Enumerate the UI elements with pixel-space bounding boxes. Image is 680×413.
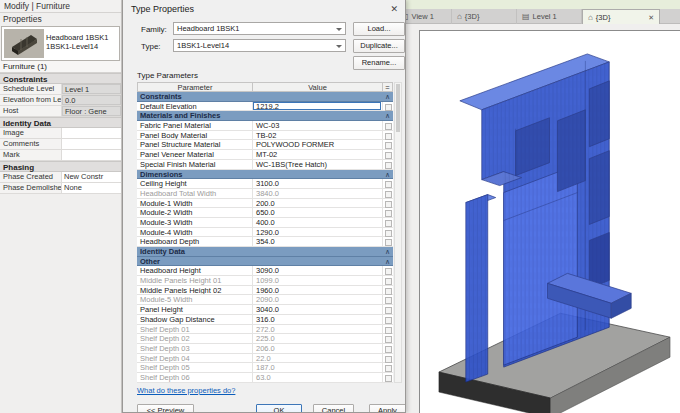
associate-param-button[interactable] <box>383 315 393 324</box>
parameter-column-header: Parameter <box>137 82 253 92</box>
associate-param-button[interactable] <box>383 305 393 314</box>
headboard-thumbnail-image <box>4 29 44 58</box>
palette-group-header[interactable]: Identity Data <box>0 117 121 128</box>
associate-param-button[interactable] <box>383 228 393 237</box>
parameter-value[interactable]: TB-02 <box>253 131 383 140</box>
parameter-value[interactable]: 3090.0 <box>253 266 383 275</box>
apply-button[interactable]: Apply <box>369 404 406 413</box>
load-button[interactable]: Load... <box>353 22 405 36</box>
parameter-value[interactable]: WC-03 <box>253 121 383 130</box>
parameter-name: Shelf Depth 05 <box>137 363 253 372</box>
table-scrollbar[interactable] <box>394 82 402 383</box>
3d-view-canvas[interactable] <box>419 30 680 413</box>
parameter-name: Module-1 Width <box>137 199 253 208</box>
associate-param-button[interactable] <box>383 266 393 275</box>
view-tab-3d-active[interactable]: ⌂ {3D} ✕ <box>582 9 660 24</box>
parameter-value[interactable]: 200.0 <box>253 199 383 208</box>
section-header-identity-data[interactable]: Identity Data∧ <box>137 247 393 257</box>
type-selector[interactable]: Headboard 1BSK1 1BSK1-Level14 <box>1 26 120 61</box>
associate-param-button[interactable] <box>383 121 393 130</box>
parameter-value[interactable]: WC-1BS(Tree Hatch) <box>253 160 383 169</box>
parameter-value[interactable]: 316.0 <box>253 315 383 324</box>
parameter-value[interactable]: 650.0 <box>253 208 383 217</box>
associate-param-button[interactable] <box>383 286 393 295</box>
associate-param-button[interactable] <box>383 325 393 334</box>
rename-button[interactable]: Rename... <box>353 56 405 70</box>
associate-param-button[interactable] <box>383 334 393 343</box>
close-dialog-icon[interactable]: ✕ <box>390 3 398 15</box>
associate-param-button[interactable] <box>383 237 393 246</box>
associate-param-button[interactable] <box>383 276 393 285</box>
parameter-value[interactable]: 3040.0 <box>253 305 383 314</box>
palette-param-value[interactable] <box>62 139 121 149</box>
palette-group-header[interactable]: Constraints <box>0 73 121 84</box>
section-header-other[interactable]: Other∧ <box>137 257 393 267</box>
parameter-row: Panel Veneer MaterialMT-02 <box>137 150 393 160</box>
view-tab-3d[interactable]: ⌂ {3D} <box>452 9 517 24</box>
associate-param-button[interactable] <box>383 344 393 353</box>
palette-param-value[interactable] <box>62 128 121 138</box>
parameter-value[interactable]: 400.0 <box>253 218 383 227</box>
preview-button[interactable]: << Preview <box>137 404 194 413</box>
default-elevation-input[interactable]: 1219.2 <box>253 102 381 111</box>
cancel-button[interactable]: Cancel <box>313 404 354 413</box>
associate-param-button[interactable] <box>383 160 393 169</box>
palette-param-value[interactable]: Floor : Gene <box>62 106 121 116</box>
section-collapse-icon[interactable]: ∧ <box>385 170 393 179</box>
parameter-value[interactable]: 1219.2 <box>253 102 383 111</box>
close-tab-icon[interactable]: ✕ <box>642 10 654 25</box>
view-tab-label: Level 1 <box>533 9 557 24</box>
associate-param-button[interactable] <box>383 218 393 227</box>
palette-param-name: Host <box>0 106 62 116</box>
associate-param-button[interactable] <box>383 199 393 208</box>
section-collapse-icon[interactable]: ∧ <box>385 92 393 101</box>
palette-param-value[interactable]: 0.0 <box>62 95 121 105</box>
associate-param-button[interactable] <box>383 131 393 140</box>
element-filter-dropdown[interactable]: Furniture (1) <box>0 61 121 73</box>
associate-param-button[interactable] <box>383 295 393 304</box>
parameter-row: Middle Panels Height 021960.0 <box>137 286 393 296</box>
type-label: Type: <box>141 42 161 51</box>
associate-param-button[interactable] <box>383 150 393 159</box>
properties-help-link[interactable]: What do these properties do? <box>137 386 235 395</box>
associate-param-button[interactable] <box>383 140 393 149</box>
section-header-materials-and-finishes[interactable]: Materials and Finishes∧ <box>137 111 393 121</box>
duplicate-button[interactable]: Duplicate... <box>353 39 405 53</box>
parameter-value[interactable]: 3100.0 <box>253 179 383 188</box>
associate-param-button[interactable] <box>383 102 393 111</box>
type-dropdown[interactable]: 1BSK1-Level14 <box>173 39 346 52</box>
ok-button[interactable]: OK <box>256 404 302 413</box>
section-title: Dimensions <box>137 170 183 179</box>
parameter-value[interactable]: 354.0 <box>253 237 383 246</box>
parameter-name: Shelf Depth 01 <box>137 325 253 334</box>
associate-param-button[interactable] <box>383 363 393 372</box>
palette-param-value[interactable]: New Constr <box>62 172 121 182</box>
associate-param-button[interactable] <box>383 354 393 363</box>
scrollbar-thumb[interactable] <box>396 84 400 132</box>
parameter-value[interactable]: 1290.0 <box>253 228 383 237</box>
associate-param-button[interactable] <box>383 208 393 217</box>
associate-param-button[interactable] <box>383 373 393 382</box>
parameter-name: Module-3 Width <box>137 218 253 227</box>
associate-param-button[interactable] <box>383 179 393 188</box>
chevron-down-icon <box>336 45 342 48</box>
section-header-constraints[interactable]: Constraints∧ <box>137 92 393 102</box>
parameter-value[interactable]: 1960.0 <box>253 286 383 295</box>
section-collapse-icon[interactable]: ∧ <box>385 257 393 266</box>
view-tab-level-1[interactable]: ▤ Level 1 <box>517 9 582 24</box>
palette-param-value[interactable]: Level 1 <box>62 84 121 94</box>
associate-param-button[interactable] <box>383 189 393 198</box>
section-header-dimensions[interactable]: Dimensions∧ <box>137 170 393 180</box>
palette-param-value[interactable] <box>62 150 121 160</box>
family-dropdown[interactable]: Headboard 1BSK1 <box>173 22 346 35</box>
section-collapse-icon[interactable]: ∧ <box>385 247 393 256</box>
palette-param-value[interactable]: None <box>62 183 121 193</box>
parameter-value[interactable]: POLYWOOD FORMER <box>253 140 383 149</box>
parameter-row: Special Finish MaterialWC-1BS(Tree Hatch… <box>137 160 393 170</box>
modify-contextual-label: Modify | Furniture <box>0 0 121 13</box>
parameter-value: 187.0 <box>253 363 383 372</box>
parameter-value[interactable]: MT-02 <box>253 150 383 159</box>
type-parameters-label: Type Parameters <box>137 71 198 80</box>
section-collapse-icon[interactable]: ∧ <box>385 111 393 120</box>
palette-group-header[interactable]: Phasing <box>0 161 121 172</box>
